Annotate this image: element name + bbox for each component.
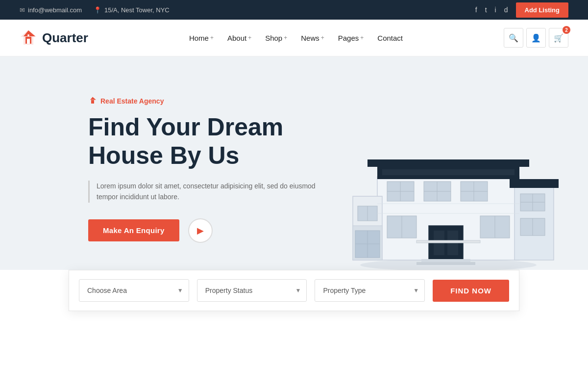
svg-rect-44 — [416, 240, 480, 243]
hero-tag: Real Estate Agency — [88, 96, 333, 106]
svg-rect-3 — [27, 39, 30, 44]
instagram-icon[interactable]: i — [495, 6, 496, 14]
cart-icon: 🛒 — [554, 33, 564, 43]
hero-content: Real Estate Agency Find Your Dream House… — [88, 86, 333, 243]
cart-button[interactable]: 🛒 2 — [549, 28, 568, 48]
nav-dropdown-indicator-shop: + — [284, 34, 287, 41]
logo[interactable]: Quarter — [20, 28, 88, 48]
location-icon: 📍 — [94, 6, 101, 14]
cart-badge: 2 — [563, 26, 570, 34]
hero-tag-text: Real Estate Agency — [100, 97, 164, 105]
nav-link-news[interactable]: News + — [295, 30, 330, 46]
search-icon: 🔍 — [509, 33, 518, 43]
add-listing-button[interactable]: Add Listing — [516, 2, 569, 18]
svg-rect-46 — [416, 262, 475, 265]
topbar-email: ✉ info@webmail.com — [20, 6, 82, 14]
topbar: ✉ info@webmail.com 📍 15/A, Nest Tower, N… — [0, 0, 588, 20]
type-select-wrapper: Property Type Apartment Villa Office Sho… — [315, 279, 425, 302]
nav-dropdown-indicator-about: + — [248, 34, 251, 41]
nav-item-contact[interactable]: Contact — [371, 30, 409, 46]
nav-dropdown-indicator-pages: + — [360, 34, 364, 41]
twitter-icon[interactable]: t — [485, 6, 487, 14]
area-select-wrapper: Choose Area New York Los Angeles Chicago… — [79, 279, 189, 302]
email-icon: ✉ — [20, 6, 25, 14]
nav-item-shop[interactable]: Shop + — [259, 30, 293, 46]
type-select[interactable]: Property Type Apartment Villa Office Sho… — [315, 279, 425, 302]
logo-icon — [20, 28, 37, 48]
nav-dropdown-indicator-news: + — [321, 34, 324, 41]
topbar-right: f t i d Add Listing — [475, 2, 568, 18]
svg-marker-5 — [90, 97, 96, 100]
topbar-address: 📍 15/A, Nest Tower, NYC — [94, 6, 170, 14]
status-select[interactable]: Property Status For Sale For Rent Sold O… — [197, 279, 307, 302]
nav-link-about[interactable]: About + — [221, 30, 257, 46]
hero-section: Real Estate Agency Find Your Dream House… — [0, 56, 588, 270]
nav-item-about[interactable]: About + — [221, 30, 257, 46]
nav-dropdown-indicator-home: + — [210, 34, 214, 41]
play-icon: ▶ — [197, 225, 204, 236]
svg-rect-6 — [91, 100, 94, 104]
house-illustration — [338, 98, 559, 270]
nav-item-home[interactable]: Home + — [183, 30, 220, 46]
svg-rect-14 — [510, 179, 559, 188]
hero-description-wrapper: Lorem ipsum dolor sit amet, consectetur … — [88, 181, 333, 203]
svg-rect-10 — [368, 159, 529, 167]
svg-point-4 — [27, 34, 29, 36]
hero-tag-icon — [88, 96, 97, 106]
find-now-button[interactable]: FIND NOW — [433, 280, 509, 302]
email-text: info@webmail.com — [28, 6, 82, 14]
facebook-icon[interactable]: f — [475, 6, 477, 14]
nav-link-shop[interactable]: Shop + — [259, 30, 293, 46]
area-select[interactable]: Choose Area New York Los Angeles Chicago… — [79, 279, 189, 302]
logo-text: Quarter — [42, 30, 88, 46]
user-icon: 👤 — [531, 33, 541, 43]
hero-title-line2: House By Us — [88, 142, 239, 169]
hero-title: Find Your Dream House By Us — [88, 113, 333, 170]
hero-description: Lorem ipsum dolor sit amet, consectetur … — [97, 181, 333, 203]
address-text: 15/A, Nest Tower, NYC — [104, 6, 170, 14]
nav-link-pages[interactable]: Pages + — [332, 30, 370, 46]
svg-rect-11 — [382, 169, 514, 175]
user-button[interactable]: 👤 — [526, 28, 546, 48]
play-button[interactable]: ▶ — [188, 218, 213, 243]
nav-link-home[interactable]: Home + — [183, 30, 220, 46]
nav-link-contact[interactable]: Contact — [371, 30, 409, 46]
enquiry-button[interactable]: Make An Enquiry — [88, 219, 179, 241]
search-button[interactable]: 🔍 — [504, 28, 523, 48]
nav-actions: 🔍 👤 🛒 2 — [504, 28, 568, 48]
nav-item-pages[interactable]: Pages + — [332, 30, 370, 46]
search-bar: Choose Area New York Los Angeles Chicago… — [69, 270, 519, 311]
hero-title-line1: Find Your Dream — [88, 113, 283, 141]
nav-item-news[interactable]: News + — [295, 30, 330, 46]
hero-actions: Make An Enquiry ▶ — [88, 218, 333, 243]
topbar-left: ✉ info@webmail.com 📍 15/A, Nest Tower, N… — [20, 6, 170, 14]
dribbble-icon[interactable]: d — [504, 6, 508, 14]
nav-menu: Home + About + Shop + News + Pages — [183, 30, 409, 46]
navbar: Quarter Home + About + Shop + News + — [0, 20, 588, 56]
status-select-wrapper: Property Status For Sale For Rent Sold O… — [197, 279, 307, 302]
